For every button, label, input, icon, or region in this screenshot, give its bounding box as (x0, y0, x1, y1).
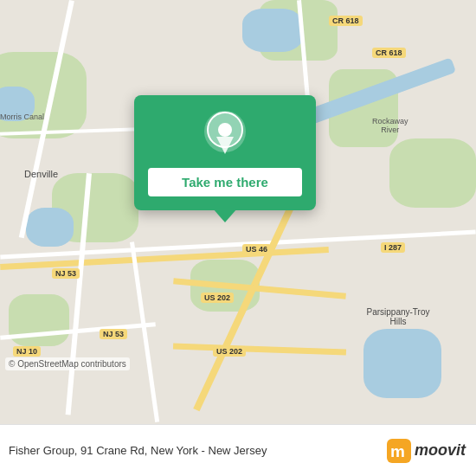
copyright-text: © OpenStreetMap contributors (5, 357, 130, 370)
water-body (363, 329, 441, 398)
nj10-label: NJ 10 (13, 346, 41, 357)
popup-card: Take me there (134, 95, 316, 210)
morris-canal-label: Morris Canal (0, 113, 44, 121)
location-title: Fisher Group, 91 Crane Rd, New York - Ne… (9, 444, 267, 457)
take-me-there-button[interactable]: Take me there (148, 168, 302, 196)
us202b-label: US 202 (213, 346, 246, 357)
us202-label: US 202 (201, 293, 234, 303)
bottom-info: Fisher Group, 91 Crane Rd, New York - Ne… (9, 444, 267, 457)
rockaway-river-label: RockawayRiver (372, 117, 408, 134)
map-container[interactable]: US 46 US 202 US 202 NJ 53 NJ 53 NJ 10 I … (0, 0, 476, 424)
i287-label: I 287 (381, 242, 405, 253)
cr618b-label: CR 618 (372, 48, 406, 58)
svg-point-2 (218, 123, 232, 137)
nj53b-label: NJ 53 (100, 329, 127, 339)
green-area (389, 138, 476, 208)
nj53-label: NJ 53 (52, 268, 80, 279)
moovit-logo: m moovit (387, 439, 466, 463)
us46-label: US 46 (242, 244, 271, 254)
denville-label: Denville (24, 169, 58, 179)
map-pin-icon (204, 111, 246, 159)
cr618-label: CR 618 (329, 16, 363, 26)
moovit-brand-icon: m (387, 439, 411, 463)
bottom-bar: Fisher Group, 91 Crane Rd, New York - Ne… (0, 424, 476, 476)
water-body (242, 9, 303, 52)
moovit-text: moovit (415, 441, 466, 460)
parsippany-label: Parsippany-TroyHills (359, 307, 437, 326)
water-body (26, 208, 74, 247)
svg-text:m: m (390, 442, 405, 460)
